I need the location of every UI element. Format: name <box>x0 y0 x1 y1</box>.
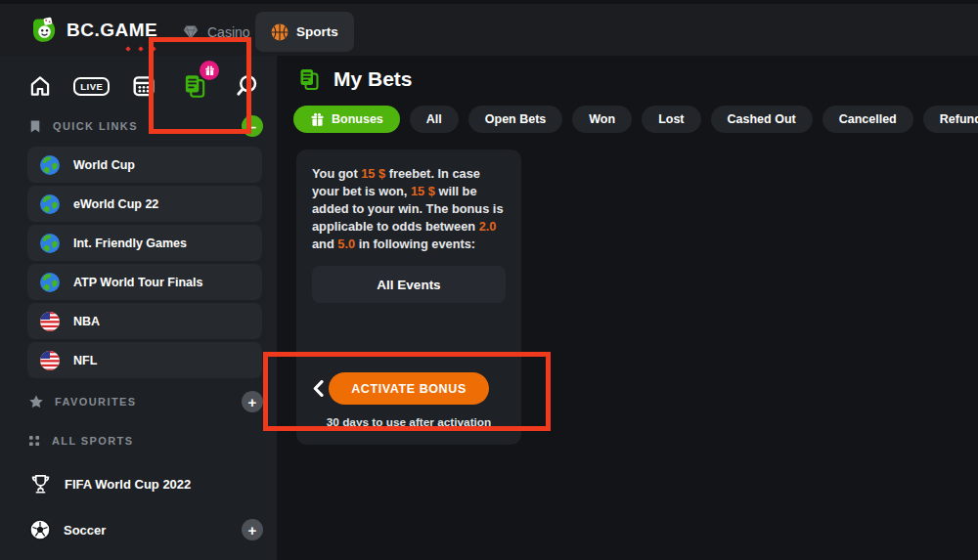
filter-won[interactable]: Won <box>572 106 632 133</box>
filter-cashed-out[interactable]: Cashed Out <box>711 106 813 133</box>
grid-icon <box>29 436 40 447</box>
bet-filter-tabs: Bonuses All Open Bets Won Lost Cashed Ou… <box>293 106 978 133</box>
expand-soccer-button[interactable]: + <box>242 519 263 540</box>
top-bar: BC.GAME Casino Sports <box>0 0 978 56</box>
sidebar-item-label: FIFA World Cup 2022 <box>65 477 191 492</box>
filter-label: Cancelled <box>839 112 897 126</box>
filter-label: Bonuses <box>332 112 383 126</box>
bcgame-logo-icon <box>29 16 59 45</box>
sidebar-item-soccer[interactable]: Soccer + <box>29 516 263 543</box>
quick-link-label: NBA <box>73 315 100 328</box>
favourites-label: FAVOURITES <box>55 396 136 408</box>
star-icon <box>29 395 43 409</box>
filter-all[interactable]: All <box>410 106 459 133</box>
bonus-badge <box>200 61 219 80</box>
quick-links-label: QUICK LINKS <box>53 120 138 132</box>
quick-link-nba[interactable]: NBA <box>27 303 262 339</box>
quick-link-label: Int. Friendly Games <box>73 237 187 250</box>
all-sports-label: ALL SPORTS <box>52 435 133 447</box>
filter-label: Won <box>589 112 615 126</box>
quick-link-eworld-cup[interactable]: eWorld Cup 22 <box>27 186 262 222</box>
page-title: My Bets <box>333 67 413 91</box>
sidebar-nav: LIVE <box>23 69 263 103</box>
page-header: My Bets <box>296 66 413 92</box>
logo-accent-dots <box>126 47 156 51</box>
search-icon[interactable] <box>230 69 263 103</box>
app-window: BC.GAME Casino Sports <box>0 0 978 560</box>
all-events-button[interactable]: All Events <box>312 266 506 303</box>
basketball-icon <box>271 23 289 41</box>
bookmark-icon <box>29 119 41 134</box>
us-flag-icon <box>39 350 61 371</box>
tab-casino[interactable]: Casino <box>166 12 266 52</box>
all-sports-header: ALL SPORTS <box>29 430 263 452</box>
quick-link-label: eWorld Cup 22 <box>73 197 158 211</box>
live-icon[interactable]: LIVE <box>75 69 109 103</box>
filter-refund[interactable]: Refund <box>923 106 978 133</box>
quick-link-world-cup[interactable]: World Cup <box>27 147 262 183</box>
quick-links-header: QUICK LINKS – <box>29 115 263 137</box>
home-icon[interactable] <box>23 69 57 103</box>
quick-link-label: ATP World Tour Finals <box>73 276 202 289</box>
bonus-message: You got 15 $ freebet. In case your bet i… <box>312 165 506 253</box>
globe-icon <box>39 154 61 176</box>
filter-cancelled[interactable]: Cancelled <box>822 106 913 133</box>
results-icon[interactable] <box>127 69 160 103</box>
filter-open-bets[interactable]: Open Bets <box>468 106 563 133</box>
trophy-icon <box>29 473 52 495</box>
favourites-header: FAVOURITES + <box>29 391 263 412</box>
tab-sports-label: Sports <box>296 24 338 39</box>
diamond-icon <box>182 23 200 41</box>
filter-lost[interactable]: Lost <box>642 106 700 133</box>
main-content: My Bets Bonuses All Open Bets Won Lost <box>277 56 978 560</box>
filter-label: Cashed Out <box>728 112 796 126</box>
bonus-card: You got 15 $ freebet. In case your bet i… <box>296 150 521 445</box>
live-icon-label: LIVE <box>73 77 110 96</box>
filter-label: Lost <box>658 112 684 126</box>
collapse-quick-links-button[interactable]: – <box>242 115 263 137</box>
filter-label: Open Bets <box>485 112 547 126</box>
us-flag-icon <box>39 311 61 332</box>
soccer-ball-icon <box>29 519 51 540</box>
tab-sports[interactable]: Sports <box>255 12 354 52</box>
globe-icon <box>39 272 61 293</box>
my-bets-title-icon <box>296 66 322 92</box>
activate-area: ACTIVATE BONUS 30 days to use after acti… <box>312 372 506 429</box>
bcgame-logo-text: BC.GAME <box>67 20 157 41</box>
bcgame-logo[interactable]: BC.GAME <box>29 16 157 45</box>
quick-link-nfl[interactable]: NFL <box>27 342 262 378</box>
quick-link-label: NFL <box>73 354 97 367</box>
sidebar-item-fifa-world-cup[interactable]: FIFA World Cup 2022 <box>29 470 263 497</box>
chevron-left-icon[interactable] <box>313 380 324 397</box>
filter-label: Refund <box>940 112 978 126</box>
quick-link-label: World Cup <box>73 158 135 172</box>
activation-note: 30 days to use after activation <box>312 415 506 429</box>
quick-link-int-friendly[interactable]: Int. Friendly Games <box>27 225 262 261</box>
my-bets-icon[interactable] <box>178 69 211 103</box>
sidebar: LIVE <box>0 56 277 560</box>
globe-icon <box>39 233 61 254</box>
filter-bonuses[interactable]: Bonuses <box>293 106 400 133</box>
filter-label: All <box>426 112 442 126</box>
globe-icon <box>39 194 61 215</box>
activate-bonus-button[interactable]: ACTIVATE BONUS <box>329 372 489 405</box>
quick-link-atp-finals[interactable]: ATP World Tour Finals <box>27 264 262 300</box>
gift-icon <box>310 112 325 127</box>
tab-casino-label: Casino <box>207 24 250 40</box>
sidebar-item-label: Soccer <box>64 523 106 538</box>
quick-links-list: World Cup eWorld Cup 22 Int. Friendly Ga… <box>27 147 262 381</box>
add-favourite-button[interactable]: + <box>242 391 263 412</box>
